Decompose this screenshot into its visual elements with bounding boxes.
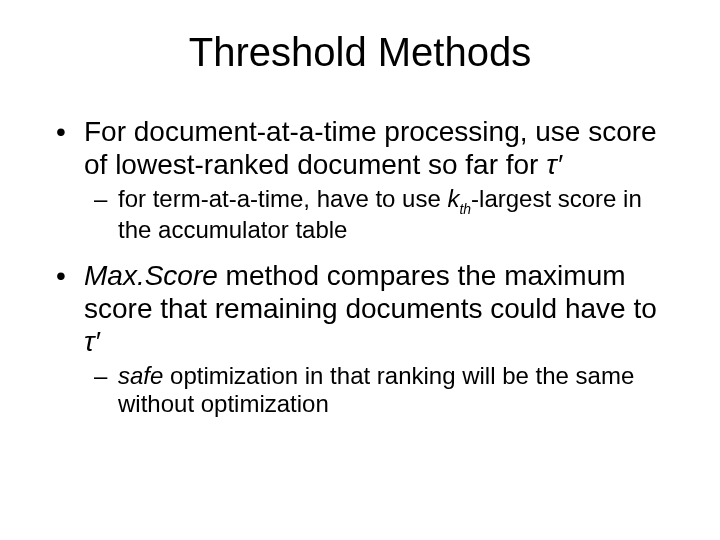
sub-2-1-rest: optimization in that ranking will be the… (118, 362, 634, 417)
slide-title: Threshold Methods (36, 30, 684, 75)
tau-symbol-2: τ′ (84, 326, 100, 357)
sub-list-1: for term-at-a-time, have to use kth-larg… (94, 185, 664, 245)
sub-bullet-2-1: safe optimization in that ranking will b… (94, 362, 664, 419)
sub-1-1-a: for term-at-a-time, have to use (118, 185, 447, 212)
maxscore-term: Max.Score (84, 260, 218, 291)
bullet-2: Max.Score method compares the maximum sc… (56, 259, 664, 419)
bullet-1: For document-at-a-time processing, use s… (56, 115, 664, 245)
tau-symbol: τ′ (546, 149, 562, 180)
th-subscript: th (459, 201, 471, 217)
sub-bullet-1-1: for term-at-a-time, have to use kth-larg… (94, 185, 664, 245)
bullet-list: For document-at-a-time processing, use s… (56, 115, 664, 418)
safe-term: safe (118, 362, 163, 389)
sub-list-2: safe optimization in that ranking will b… (94, 362, 664, 419)
bullet-1-text: For document-at-a-time processing, use s… (84, 116, 657, 180)
k-var: k (447, 185, 459, 212)
slide: Threshold Methods For document-at-a-time… (0, 0, 720, 540)
